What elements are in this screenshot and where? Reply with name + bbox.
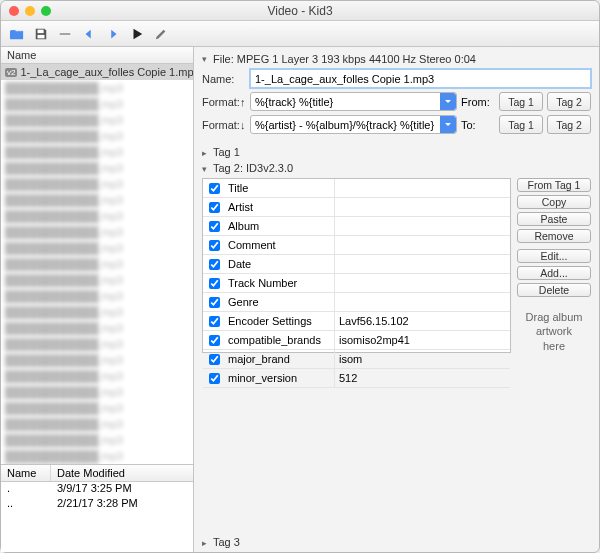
- list-item[interactable]: ████████████.mp3: [1, 288, 193, 304]
- copy-button[interactable]: Copy: [517, 195, 591, 209]
- tag1-section[interactable]: Tag 1: [213, 146, 240, 158]
- list-item[interactable]: ████████████.mp3: [1, 80, 193, 96]
- side-buttons: From Tag 1 Copy Paste Remove Edit... Add…: [517, 178, 591, 353]
- edit-button[interactable]: Edit...: [517, 249, 591, 263]
- file-label: File:: [213, 53, 234, 65]
- col-date[interactable]: Date Modified: [51, 465, 193, 481]
- from-tag1-button[interactable]: From Tag 1: [517, 178, 591, 192]
- delete-button[interactable]: Delete: [517, 283, 591, 297]
- table-row[interactable]: Encoder SettingsLavf56.15.102: [203, 312, 510, 331]
- separator-icon: [55, 25, 75, 43]
- to-label: To:: [461, 119, 495, 131]
- field-checkbox[interactable]: [209, 316, 220, 327]
- field-checkbox[interactable]: [209, 278, 220, 289]
- from-tag1-button[interactable]: Tag 1: [499, 92, 543, 111]
- list-item[interactable]: ████████████.mp3: [1, 320, 193, 336]
- list-item[interactable]: ████████████.mp3: [1, 432, 193, 448]
- settings-icon[interactable]: [151, 25, 171, 43]
- field-value[interactable]: Lavf56.15.102: [335, 315, 510, 327]
- table-row[interactable]: Title: [203, 179, 510, 198]
- file-info-text: MPEG 1 Layer 3 193 kbps 44100 Hz Stereo …: [237, 53, 476, 65]
- table-row[interactable]: Album: [203, 217, 510, 236]
- tag-field-table[interactable]: TitleArtistAlbumCommentDateTrack NumberG…: [202, 178, 511, 353]
- table-row[interactable]: Genre: [203, 293, 510, 312]
- table-row[interactable]: .3/9/17 3:25 PM: [1, 482, 193, 497]
- zoom-icon[interactable]: [41, 6, 51, 16]
- list-item[interactable]: ████████████.mp3: [1, 192, 193, 208]
- prev-button[interactable]: [79, 25, 99, 43]
- list-item[interactable]: ████████████.mp3: [1, 384, 193, 400]
- open-button[interactable]: [7, 25, 27, 43]
- list-item[interactable]: ████████████.mp3: [1, 336, 193, 352]
- minimize-icon[interactable]: [25, 6, 35, 16]
- close-icon[interactable]: [9, 6, 19, 16]
- next-button[interactable]: [103, 25, 123, 43]
- list-item[interactable]: ████████████.mp3: [1, 224, 193, 240]
- add-button[interactable]: Add...: [517, 266, 591, 280]
- window-title: Video - Kid3: [1, 4, 599, 18]
- table-row[interactable]: Date: [203, 255, 510, 274]
- app-window: Video - Kid3 Name v21-_La_cage_aux_folle…: [0, 0, 600, 553]
- list-item[interactable]: ████████████.mp3: [1, 96, 193, 112]
- field-name: Artist: [225, 198, 335, 216]
- list-item[interactable]: ████████████.mp3: [1, 416, 193, 432]
- disclosure-icon[interactable]: ▾: [202, 164, 210, 174]
- col-name[interactable]: Name: [1, 465, 51, 481]
- field-checkbox[interactable]: [209, 240, 220, 251]
- to-tag2-button[interactable]: Tag 2: [547, 115, 591, 134]
- disclosure-icon[interactable]: ▾: [202, 54, 210, 64]
- file-list[interactable]: v21-_La_cage_aux_folles Copie 1.mp3█████…: [1, 64, 193, 464]
- field-checkbox[interactable]: [209, 221, 220, 232]
- remove-button[interactable]: Remove: [517, 229, 591, 243]
- list-item[interactable]: ████████████.mp3: [1, 448, 193, 464]
- field-checkbox[interactable]: [209, 335, 220, 346]
- to-tag1-button[interactable]: Tag 1: [499, 115, 543, 134]
- list-item[interactable]: ████████████.mp3: [1, 400, 193, 416]
- table-row[interactable]: ..2/21/17 3:28 PM: [1, 497, 193, 512]
- name-input[interactable]: [250, 69, 591, 88]
- disclosure-icon[interactable]: ▸: [202, 148, 210, 158]
- format-up-combo[interactable]: %{track} %{title}: [250, 92, 457, 111]
- list-item[interactable]: ████████████.mp3: [1, 272, 193, 288]
- table-row[interactable]: compatible_brandsisomiso2mp41: [203, 331, 510, 350]
- field-value[interactable]: isomiso2mp41: [335, 334, 510, 346]
- table-row[interactable]: Comment: [203, 236, 510, 255]
- from-tag2-button[interactable]: Tag 2: [547, 92, 591, 111]
- paste-button[interactable]: Paste: [517, 212, 591, 226]
- file-list-header[interactable]: Name: [1, 47, 193, 64]
- list-item[interactable]: ████████████.mp3: [1, 176, 193, 192]
- tag2-section[interactable]: Tag 2: ID3v2.3.0: [213, 162, 293, 174]
- list-item[interactable]: ████████████.mp3: [1, 240, 193, 256]
- artwork-drop-zone[interactable]: Drag albumartworkhere: [517, 310, 591, 353]
- list-item[interactable]: ████████████.mp3: [1, 304, 193, 320]
- list-item[interactable]: v21-_La_cage_aux_folles Copie 1.mp3: [1, 64, 193, 80]
- list-item[interactable]: ████████████.mp3: [1, 160, 193, 176]
- tag3-section[interactable]: Tag 3: [213, 536, 240, 548]
- list-item[interactable]: ████████████.mp3: [1, 256, 193, 272]
- list-item[interactable]: ████████████.mp3: [1, 352, 193, 368]
- field-name: Title: [225, 179, 335, 197]
- field-checkbox[interactable]: [209, 259, 220, 270]
- chevron-down-icon[interactable]: [440, 116, 456, 133]
- list-item[interactable]: ████████████.mp3: [1, 128, 193, 144]
- table-row[interactable]: Artist: [203, 198, 510, 217]
- disclosure-icon[interactable]: ▸: [202, 538, 210, 548]
- table-row[interactable]: Track Number: [203, 274, 510, 293]
- field-name: Comment: [225, 236, 335, 254]
- svg-rect-2: [60, 33, 71, 35]
- svg-rect-1: [38, 34, 45, 38]
- list-item[interactable]: ████████████.mp3: [1, 144, 193, 160]
- format-down-combo[interactable]: %{artist} - %{album}/%{track} %{title}: [250, 115, 457, 134]
- field-checkbox[interactable]: [209, 183, 220, 194]
- titlebar: Video - Kid3: [1, 1, 599, 21]
- field-checkbox[interactable]: [209, 202, 220, 213]
- chevron-down-icon[interactable]: [440, 93, 456, 110]
- play-button[interactable]: [127, 25, 147, 43]
- list-item[interactable]: ████████████.mp3: [1, 208, 193, 224]
- tag-badge: v2: [5, 68, 17, 77]
- svg-rect-0: [38, 29, 44, 33]
- save-button[interactable]: [31, 25, 51, 43]
- field-checkbox[interactable]: [209, 297, 220, 308]
- list-item[interactable]: ████████████.mp3: [1, 112, 193, 128]
- list-item[interactable]: ████████████.mp3: [1, 368, 193, 384]
